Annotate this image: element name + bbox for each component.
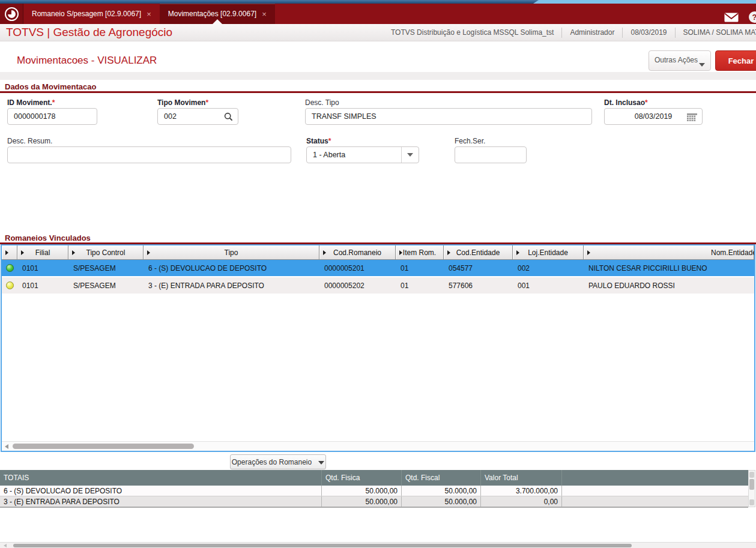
section-title-dados: Dados da Movimentacao [5,82,96,91]
scrollbar-thumb[interactable] [13,444,194,449]
section-rule [0,91,756,93]
id-moviment-label: ID Moviment.* [7,98,55,107]
totals-cell: 3.700.000,00 [480,486,561,496]
totals-row: 6 - (S) DEVOLUCAO DE DEPOSITO50.000,0050… [0,486,748,496]
table-row[interactable]: 0101S/PESAGEM6 - (S) DEVOLUCAO DE DEPOSI… [2,260,754,276]
grid-cell: PAULO EDUARDO ROSSI [584,277,754,294]
romaneio-operations-label: Operações do Romaneio [232,458,312,466]
page-horizontal-scrollbar[interactable] [0,542,756,548]
desc-tipo-label: Desc. Tipo [305,98,339,107]
tipo-movimen-label: Tipo Movimen* [157,98,208,107]
grid-cell: 01 [396,277,444,294]
scroll-left-arrow-icon[interactable] [5,444,8,449]
grid-header-row: FilialTipo ControlTipoCod.RomaneioItem R… [2,245,754,260]
totals-row: 3 - (E) ENTRADA PARA DEPOSITO50.000,0050… [0,496,748,508]
totvs-logo-icon [5,7,19,21]
desc-resum-field[interactable] [7,146,291,163]
chevron-down-icon [699,63,705,67]
status-label: Status* [306,137,331,145]
other-actions-button[interactable]: Outras Ações [649,50,711,71]
totals-table: TOTAISQtd. FisicaQtd. FiscalValor Total … [0,470,748,508]
column-marker-icon [21,250,24,255]
tab-romaneio-s-pesagem[interactable]: Romaneio S/pesagem [02.9.0067] × [23,4,160,24]
grid-column-label: Nom.Entidade [711,248,755,257]
calendar-icon[interactable] [687,113,697,123]
totals-cell: 50.000,00 [321,496,401,507]
grid-cell: 01 [396,260,444,276]
grid-column-label: Item Rom. [403,248,436,257]
dt-inclusao-field[interactable]: 08/03/2019 [604,108,703,125]
grid-column-header[interactable]: Loj.Entidade [513,245,584,260]
tab-close-icon[interactable]: × [147,10,151,19]
dropdown-caret-icon[interactable] [401,147,419,163]
column-marker-icon [147,250,150,255]
close-button-label: Fechar [728,56,754,65]
grid-column-header[interactable]: Nom.Entidade [584,245,754,260]
grid-column-header[interactable]: Tipo [144,245,319,260]
grid-column-header[interactable]: Item Rom. [396,245,444,260]
grid-cell: NILTON CESAR PICCIRILLI BUENO [584,260,754,276]
dt-inclusao-label: Dt. Inclusao* [604,98,648,107]
desc-tipo-field[interactable]: TRANSF SIMPLES [305,108,592,125]
environment-label: TOTVS Distribuição e Logística MSSQL Sol… [383,28,561,38]
grid-column-header[interactable]: Filial [17,245,68,260]
mail-icon[interactable] [724,13,739,25]
romaneio-operations-button[interactable]: Operações do Romaneio [230,454,326,469]
grid-column-label: Cod.Romaneio [333,248,381,257]
grid-column-label: Loj.Entidade [528,248,568,257]
scrollbar-thumb[interactable] [13,544,632,547]
scroll-left-arrow-icon[interactable] [4,544,7,547]
grid-column-header[interactable]: Cod.Romaneio [319,245,396,260]
romaneios-grid: FilialTipo ControlTipoCod.RomaneioItem R… [1,244,755,452]
totals-vertical-scrollbar[interactable] [748,470,755,507]
tab-close-icon[interactable]: × [262,10,267,19]
grid-column-header[interactable] [2,245,17,260]
grid-column-label: Filial [35,248,50,257]
scroll-down-button[interactable] [749,499,754,505]
search-icon[interactable] [224,112,233,123]
title-divider-band [0,72,756,80]
id-moviment-field[interactable]: 0000000178 [7,108,97,125]
required-marker: * [205,98,208,107]
grid-column-label: Tipo [225,248,238,257]
grid-body: 0101S/PESAGEM6 - (S) DEVOLUCAO DE DEPOSI… [2,260,754,294]
grid-cell: 6 - (S) DEVOLUCAO DE DEPOSITO [144,260,319,276]
grid-cell: 002 [513,260,584,276]
grid-horizontal-scrollbar[interactable] [2,441,754,451]
tab-label: Movimentações [02.9.0067] [168,10,256,18]
grid-column-header[interactable]: Cod.Entidade [444,245,513,260]
totals-column-header: Valor Total [480,470,561,486]
totals-cell: 3 - (E) ENTRADA PARA DEPOSITO [0,496,321,507]
column-marker-icon [5,250,8,255]
tipo-movimen-field[interactable]: 002 [157,108,238,125]
totals-column-header: Qtd. Fiscal [401,470,480,486]
table-row[interactable]: 0101S/PESAGEM3 - (E) ENTRADA PARA DEPOSI… [2,277,754,294]
fech-ser-field[interactable] [455,146,527,163]
totals-cell: 50.000,00 [401,486,480,496]
help-icon[interactable]: ? [749,11,756,23]
header-info-bar: TOTVS Distribuição e Logística MSSQL Sol… [383,24,756,41]
tab-movimentacoes[interactable]: Movimentações [02.9.0067] × [160,4,275,24]
close-button[interactable]: Fechar [715,50,756,71]
user-label: Administrador [561,28,622,38]
totvs-logo[interactable] [0,4,23,24]
column-marker-icon [516,250,519,255]
totals-column-header: Qtd. Fisica [321,470,401,486]
scrollbar-thumb[interactable] [749,479,754,490]
row-status-cell [2,260,17,276]
scroll-up-button[interactable] [749,472,754,478]
grid-cell: S/PESAGEM [68,260,144,276]
status-select[interactable]: 1 - Aberta [306,146,419,163]
grid-cell: 0000005201 [319,260,396,276]
green-status-led-icon [6,264,14,272]
totals-cell: 50.000,00 [321,486,401,496]
totals-cell: 6 - (S) DEVOLUCAO DE DEPOSITO [0,486,321,496]
other-actions-label: Outras Ações [649,56,703,64]
grid-column-label: Tipo Control [86,248,125,257]
totals-header-row: TOTAISQtd. FisicaQtd. FiscalValor Total [0,470,748,486]
grid-cell: 0000005202 [319,277,396,294]
desc-resum-label: Desc. Resum. [7,137,52,145]
section-title-romaneios: Romaneios Vinculados [5,233,91,242]
brand-title: TOTVS | Gestão de Agronegócio [6,26,172,39]
grid-column-header[interactable]: Tipo Control [68,245,144,260]
